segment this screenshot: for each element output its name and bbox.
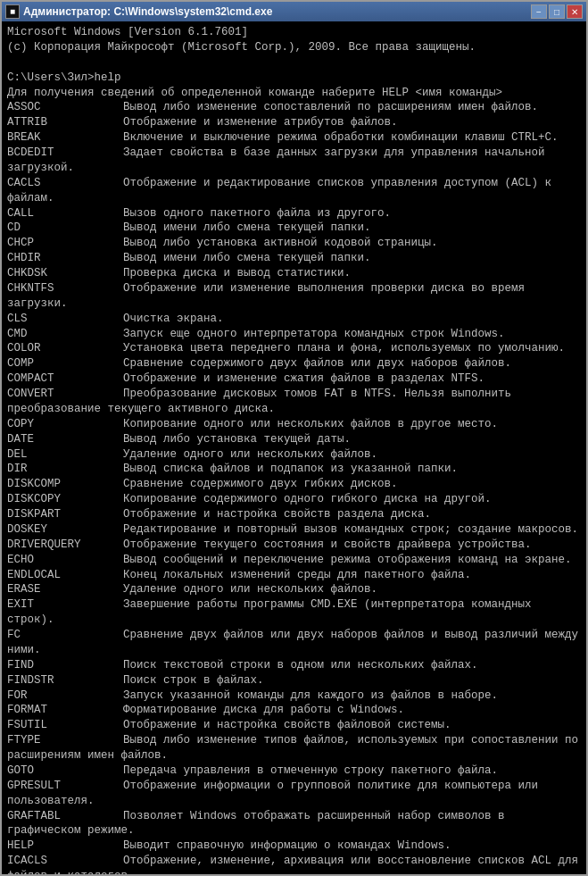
- minimize-button[interactable]: −: [531, 4, 547, 19]
- cmd-name: ICACLS: [7, 854, 123, 869]
- cmd-name: DISKPART: [7, 507, 123, 522]
- cmd-desc: Отображение текущего состояния и свойств…: [123, 538, 532, 551]
- cmd-name: DISKCOMP: [7, 477, 123, 492]
- cmd-name: DIR: [7, 462, 123, 477]
- cmd-name: GRAFTABL: [7, 809, 123, 824]
- cmd-row: GOTO Передача управления в отмеченную ст…: [7, 763, 581, 779]
- maximize-button[interactable]: □: [549, 4, 565, 19]
- cmd-desc: Вывод списка файлов и подпапок из указан…: [123, 463, 458, 475]
- cmd-name: CONVERT: [7, 387, 123, 402]
- cmd-desc: Копирование одного или нескольких файлов…: [123, 418, 498, 430]
- cmd-name: COLOR: [7, 341, 123, 356]
- cmd-name: EXIT: [7, 597, 123, 613]
- cmd-desc: Конец локальных изменений среды для паке…: [123, 569, 471, 581]
- title-bar: ■ Администратор: C:\Windows\system32\cmd…: [2, 2, 586, 21]
- cmd-name: CHCP: [7, 236, 123, 251]
- cmd-name: BREAK: [7, 130, 123, 146]
- cmd-name: DISKCOPY: [7, 492, 123, 507]
- cmd-row: DISKCOPY Копирование содержимого одного …: [7, 492, 581, 507]
- cmd-name: ENDLOCAL: [7, 568, 123, 583]
- title-bar-left: ■ Администратор: C:\Windows\system32\cmd…: [5, 4, 272, 19]
- cmd-name: DOSKEY: [7, 522, 123, 538]
- cmd-row: ICACLS Отображение, изменение, архивация…: [7, 854, 581, 874]
- cmd-desc: Поиск строк в файлах.: [123, 674, 264, 687]
- cmd-name: CMD: [7, 327, 123, 342]
- cmd-desc: Вывод имени либо смена текущей папки.: [123, 252, 371, 264]
- cmd-name: ERASE: [7, 582, 123, 597]
- cmd-desc: Включение и выключение режима обработки …: [123, 131, 559, 144]
- cmd-row: CD Вывод имени либо смена текущей папки.: [7, 221, 581, 236]
- cmd-desc: Удаление одного или нескольких файлов.: [123, 583, 377, 596]
- cmd-row: GPRESULT Отображение информации о группо…: [7, 779, 581, 809]
- cmd-name: ECHO: [7, 553, 123, 568]
- cmd-row: ENDLOCAL Конец локальных изменений среды…: [7, 568, 581, 583]
- window-title: Администратор: C:\Windows\system32\cmd.e…: [23, 5, 272, 18]
- cmd-name: BCDEDIT: [7, 146, 123, 161]
- window-controls: − □ ✕: [531, 4, 583, 19]
- cmd-row: FC Сравнение двух файлов или двух наборо…: [7, 628, 581, 658]
- cmd-row: DATE Вывод либо установка текущей даты.: [7, 432, 581, 447]
- header-line2: (с) Корпорация Майкрософт (Microsoft Cor…: [7, 41, 476, 54]
- cmd-desc: Вывод имени либо смена текущей папки.: [123, 221, 371, 234]
- cmd-desc: Поиск текстовой строки в одном или неско…: [123, 659, 478, 672]
- help-intro: Для получения сведений об определенной к…: [7, 87, 502, 99]
- cmd-row: ECHO Вывод сообщений и переключение режи…: [7, 553, 581, 568]
- cmd-row: GRAFTABL Позволяет Windows отображать ра…: [7, 809, 581, 839]
- cmd-name: CACLS: [7, 176, 123, 191]
- cmd-name: ASSOC: [7, 100, 123, 115]
- cmd-row: CHDIR Вывод имени либо смена текущей пап…: [7, 251, 581, 266]
- cmd-row: FINDSTR Поиск строк в файлах.: [7, 673, 581, 688]
- cmd-row: DISKPART Отображение и настройка свойств…: [7, 507, 581, 522]
- cmd-desc: Сравнение содержимого двух гибких дисков…: [123, 478, 398, 490]
- cmd-row: ERASE Удаление одного или нескольких фай…: [7, 582, 581, 597]
- cmd-name: FTYPE: [7, 733, 123, 748]
- cmd-desc: Вывод либо изменение сопоставлений по ра…: [123, 101, 538, 113]
- cmd-name: CLS: [7, 312, 123, 327]
- cmd-name: CHKDSK: [7, 266, 123, 281]
- cmd-window: ■ Администратор: C:\Windows\system32\cmd…: [0, 0, 588, 876]
- cmd-name: COMPACT: [7, 371, 123, 387]
- close-button[interactable]: ✕: [567, 4, 583, 19]
- cmd-name: FORMAT: [7, 703, 123, 718]
- cmd-name: CHKNTFS: [7, 281, 123, 296]
- cmd-desc: Установка цвета переднего плана и фона, …: [123, 342, 565, 355]
- cmd-row: FORMAT Форматирование диска для работы с…: [7, 703, 581, 718]
- cmd-row: COLOR Установка цвета переднего плана и …: [7, 341, 581, 356]
- cmd-name: COMP: [7, 356, 123, 371]
- cmd-name: CALL: [7, 206, 123, 221]
- cmd-row: FIND Поиск текстовой строки в одном или …: [7, 658, 581, 673]
- cmd-row: FSUTIL Отображение и настройка свойств ф…: [7, 718, 581, 733]
- cmd-row: DEL Удаление одного или нескольких файло…: [7, 447, 581, 463]
- cmd-row: ATTRIB Отображение и изменение атрибутов…: [7, 115, 581, 130]
- cmd-name: FSUTIL: [7, 718, 123, 733]
- cmd-row: FOR Запуск указанной команды для каждого…: [7, 688, 581, 704]
- cmd-name: FINDSTR: [7, 673, 123, 688]
- cmd-desc: Вывод либо установка текущей даты.: [123, 433, 351, 446]
- cmd-name: FIND: [7, 658, 123, 673]
- cmd-row: BCDEDIT Задает свойства в базе данных за…: [7, 146, 581, 176]
- cmd-row: CHKNTFS Отображение или изменение выполн…: [7, 281, 581, 312]
- cmd-name: FC: [7, 628, 123, 643]
- cmd-row: CLS Очистка экрана.: [7, 312, 581, 327]
- cmd-desc: Сравнение содержимого двух файлов или дв…: [123, 357, 511, 370]
- cmd-row: EXIT Завершение работы программы CMD.EXE…: [7, 597, 581, 628]
- cmd-row: FTYPE Вывод либо изменение типов файлов,…: [7, 733, 581, 763]
- cmd-row: ASSOC Вывод либо изменение сопоставлений…: [7, 100, 581, 115]
- cmd-row: DRIVERQUERY Отображение текущего состоян…: [7, 538, 581, 553]
- cmd-desc: Вывод либо установка активной кодовой ст…: [123, 237, 438, 249]
- cmd-name: HELP: [7, 838, 123, 854]
- cmd-row: COMP Сравнение содержимого двух файлов и…: [7, 356, 581, 371]
- cmd-name: COPY: [7, 417, 123, 432]
- cmd-name: DRIVERQUERY: [7, 538, 123, 553]
- cmd-desc: Отображение и настройка свойств файловой…: [123, 719, 451, 731]
- cmd-desc: Вывод сообщений и переключение режима от…: [123, 554, 572, 566]
- cmd-name: GOTO: [7, 763, 123, 779]
- cmd-row: CHKDSK Проверка диска и вывод статистики…: [7, 266, 581, 281]
- cmd-row: CHCP Вывод либо установка активной кодов…: [7, 236, 581, 251]
- cmd-name: CHDIR: [7, 251, 123, 266]
- cmd-desc: Проверка диска и вывод статистики.: [123, 267, 351, 279]
- cmd-desc: Очистка экрана.: [123, 313, 224, 325]
- cmd-desc: Отображение и настройка свойств раздела …: [123, 508, 431, 521]
- cmd-name: CD: [7, 221, 123, 236]
- cmd-row: BREAK Включение и выключение режима обра…: [7, 130, 581, 146]
